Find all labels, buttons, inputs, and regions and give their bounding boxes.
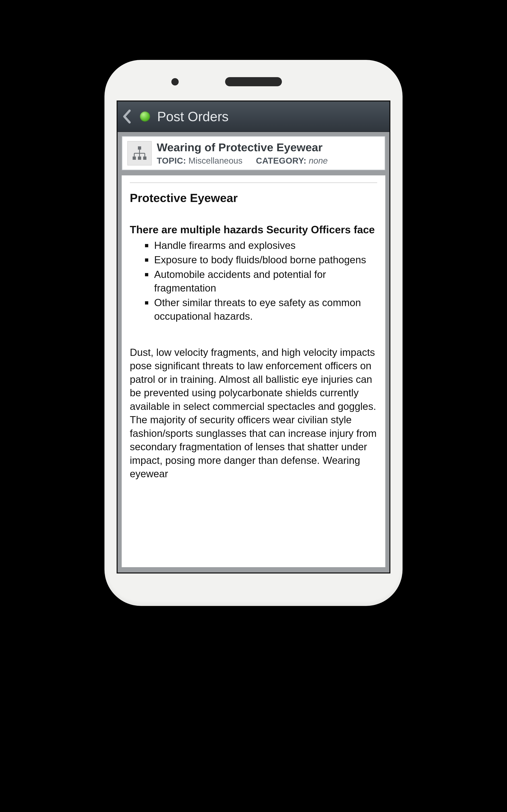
back-button[interactable] [122,108,132,124]
article-heading: Protective Eyewear [130,191,377,205]
hierarchy-icon [127,141,152,165]
content-frame: Wearing of Protective Eyewear TOPIC: Mis… [118,132,389,572]
screen: Post Orders [117,100,390,573]
app-header: Post Orders [118,101,389,132]
divider [130,183,377,183]
list-item: Other similar threats to eye safety as c… [145,296,377,323]
topic-value: Miscellaneous [188,156,242,165]
category-value: none [309,156,328,165]
article-subheading: There are multiple hazards Security Offi… [130,223,377,237]
article-body[interactable]: Protective Eyewear There are multiple ha… [122,175,385,567]
post-meta: TOPIC: Miscellaneous CATEGORY: none [157,156,380,166]
speaker-grille [225,77,282,86]
list-item: Handle firearms and explosives [145,239,377,253]
article-paragraph: The majority of security officers wear c… [130,413,377,481]
camera-dot [171,78,179,86]
phone-top [104,60,403,100]
topic-label: TOPIC: [157,156,186,165]
list-item: Automobile accidents and potential for f… [145,268,377,295]
info-card: Wearing of Protective Eyewear TOPIC: Mis… [122,136,385,170]
hazard-list: Handle firearms and explosives Exposure … [130,239,377,323]
svg-rect-0 [138,146,141,150]
chevron-left-icon [123,109,131,123]
phone-frame: Post Orders [104,60,403,606]
info-text: Wearing of Protective Eyewear TOPIC: Mis… [157,141,380,166]
svg-rect-8 [143,156,147,160]
svg-rect-7 [138,156,141,160]
category-label: CATEGORY: [256,156,306,165]
svg-rect-6 [133,156,136,160]
stage: Post Orders [0,0,507,812]
header-title: Post Orders [157,109,229,124]
article-paragraph: Dust, low velocity fragments, and high v… [130,346,377,413]
phone-shadow [104,617,403,636]
status-indicator-icon [140,111,150,121]
post-title: Wearing of Protective Eyewear [157,141,380,154]
list-item: Exposure to body fluids/blood borne path… [145,253,377,267]
